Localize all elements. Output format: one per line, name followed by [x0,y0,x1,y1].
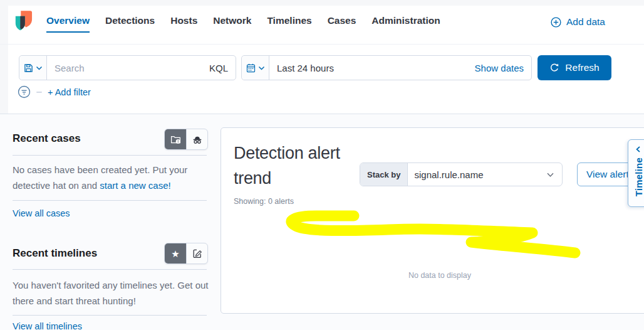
tab-hosts[interactable]: Hosts [170,15,197,31]
detection-alert-trend-panel: Detection alert trend Showing: 0 alerts … [221,127,644,314]
add-data-button[interactable]: Add data [551,16,605,28]
date-quick-menu-button[interactable] [242,56,269,80]
add-data-label: Add data [566,16,605,28]
main-nav: Overview Detections Hosts Network Timeli… [46,15,440,33]
recent-cases-empty-text: No cases have been created yet. Put your… [13,162,212,193]
filter-divider [36,92,42,93]
recent-timelines-empty-text: You haven't favorited any timelines yet.… [13,278,212,309]
timeline-flyout-toggle[interactable]: Timeline [628,139,644,207]
stack-by-select[interactable]: signal.rule.name [408,163,562,186]
start-new-case-link[interactable]: start a new case! [100,180,170,191]
showing-alerts-count: Showing: 0 alerts [234,197,294,206]
favorited-timelines-toggle[interactable]: ★ [165,243,186,263]
recent-timelines-title: Recent timelines [13,247,97,260]
show-dates-button[interactable]: Show dates [475,63,531,73]
panel-title: Detection alert trend [234,141,343,191]
date-picker: Last 24 hours Show dates [241,55,532,80]
top-margin-strip [0,0,644,6]
nav-divider [0,44,644,45]
divider [13,315,207,316]
chevron-left-icon [635,146,642,153]
divider [13,200,207,201]
stack-by-control: Stack by signal.rule.name [360,162,563,186]
search-input[interactable] [47,63,202,73]
tab-timelines[interactable]: Timelines [267,15,311,31]
no-data-message: No data to display [221,271,644,280]
elastic-security-logo-icon[interactable] [14,10,33,36]
divider [13,155,207,156]
detective-hat-icon [192,134,203,145]
stack-by-value: signal.rule.name [414,169,483,180]
tab-cases[interactable]: Cases [328,15,356,31]
recently-created-cases-toggle[interactable] [165,129,186,149]
chevron-down-icon [258,65,265,72]
edit-pencil-icon [192,248,202,258]
folder-exclamation-icon [170,134,181,145]
refresh-label: Refresh [565,62,599,73]
add-filter-button[interactable]: + Add filter [48,87,91,97]
filter-bar: + Add filter [18,85,91,98]
timeline-tab-label: Timeline [633,157,644,196]
tab-detections[interactable]: Detections [105,15,155,31]
chevron-down-icon [546,171,554,179]
refresh-button[interactable]: Refresh [538,55,611,80]
plus-circle-icon [551,17,561,28]
tab-overview[interactable]: Overview [46,15,90,33]
tab-administration[interactable]: Administration [371,15,440,31]
view-all-timelines-link[interactable]: View all timelines [13,321,82,330]
filter-menu-icon[interactable] [18,85,31,98]
query-language-label[interactable]: KQL [202,63,236,73]
recent-cases-filter-group [164,129,208,150]
last-updated-timelines-toggle[interactable] [186,243,207,263]
recent-timelines-filter-group: ★ [164,243,208,264]
recently-reported-cases-toggle[interactable] [186,129,207,149]
security-overview-page: Overview Detections Hosts Network Timeli… [0,0,644,330]
stack-by-label: Stack by [360,163,408,186]
tab-network[interactable]: Network [213,15,251,31]
view-all-cases-link[interactable]: View all cases [13,208,70,218]
refresh-icon [549,63,559,73]
left-margin-strip [0,0,8,114]
kql-search-bar: KQL [19,55,236,80]
chevron-down-icon [36,65,43,72]
star-icon: ★ [171,249,179,258]
saved-query-menu-button[interactable] [19,56,47,80]
date-range-value[interactable]: Last 24 hours [269,63,475,73]
recent-cases-title: Recent cases [13,132,81,145]
save-query-icon [24,63,33,73]
divider [13,269,207,270]
calendar-icon [246,63,256,73]
